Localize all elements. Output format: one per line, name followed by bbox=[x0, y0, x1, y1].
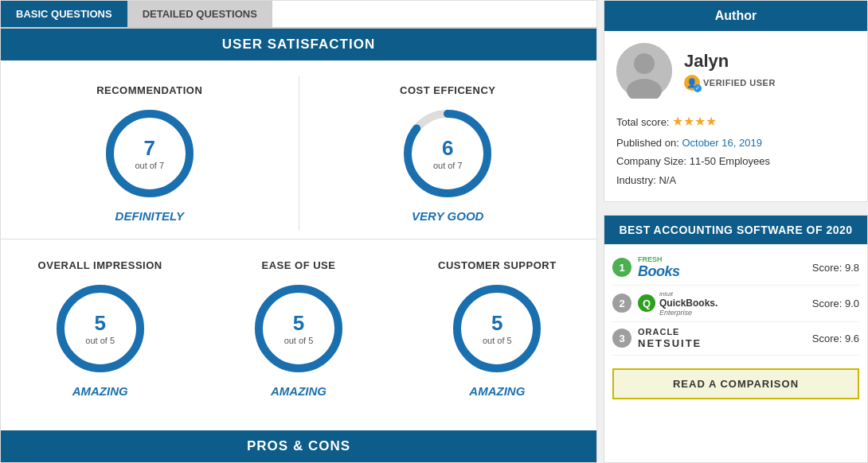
ease-sublabel: AMAZING bbox=[271, 384, 326, 398]
list-item: 3 ORACLE NETSUITE Score: 9.6 bbox=[612, 322, 859, 356]
verified-badge: 👤 ✓ VERIFIED USER bbox=[684, 75, 855, 91]
published-label: Published on: bbox=[616, 137, 679, 149]
cost-efficiency-subtext: out of 7 bbox=[433, 161, 463, 171]
stars: ★★★★ bbox=[672, 115, 717, 128]
cost-efficiency-gauge: 6 out of 7 bbox=[400, 106, 495, 201]
support-sublabel: AMAZING bbox=[469, 384, 525, 398]
user-satisfaction-header: USER SATISFACTION bbox=[1, 29, 596, 60]
author-box: Author Jalyn 👤 ✓ bbox=[604, 0, 868, 202]
software-list: 1 FRESH Books Score: 9.8 2 Q bbox=[604, 244, 867, 362]
freshbooks-score: Score: 9.8 bbox=[812, 262, 859, 274]
oracle-score: Score: 9.6 bbox=[812, 333, 859, 344]
author-info: Jalyn 👤 ✓ VERIFIED USER bbox=[684, 51, 855, 91]
tab-basic-questions[interactable]: BASIC QUESTIONS bbox=[1, 1, 127, 27]
ease-gauge: 5 out of 5 bbox=[251, 281, 346, 376]
svg-point-11 bbox=[634, 53, 655, 74]
support-value: 5 bbox=[483, 311, 512, 336]
cost-efficiency-value: 6 bbox=[433, 136, 463, 161]
metric-recommendation: RECOMMENDATION 7 out of 7 DEFINITELY bbox=[1, 76, 299, 231]
rank-2-badge: 2 bbox=[612, 294, 631, 313]
verified-text: VERIFIED USER bbox=[703, 78, 776, 88]
company-size: 11-50 Employees bbox=[690, 155, 770, 167]
avatar bbox=[616, 43, 672, 99]
industry-row: Industry: N/A bbox=[616, 171, 855, 189]
cost-efficiency-sublabel: VERY GOOD bbox=[412, 209, 483, 223]
recommendation-label: RECOMMENDATION bbox=[96, 84, 202, 96]
metric-customer-support: CUSTOMER SUPPORT 5 out of 5 AMAZING bbox=[398, 251, 596, 406]
recommendation-gauge: 7 out of 7 bbox=[102, 106, 197, 201]
recommendation-subtext: out of 7 bbox=[135, 161, 164, 171]
cost-efficiency-label: COST EFFICENCY bbox=[400, 84, 495, 96]
overall-subtext: out of 5 bbox=[85, 337, 115, 346]
verified-icon: 👤 ✓ bbox=[684, 75, 700, 91]
list-item: 2 Q intuit QuickBooks. Enterprise Score:… bbox=[612, 286, 859, 322]
best-software-header: BEST ACCOUNTING SOFTWARE OF 2020 bbox=[604, 216, 867, 244]
quickbooks-score: Score: 9.0 bbox=[812, 298, 859, 309]
author-header: Author bbox=[604, 1, 867, 31]
company-label: Company Size: bbox=[616, 155, 686, 167]
ease-label: EASE OF USE bbox=[262, 259, 336, 271]
support-label: CUSTOMER SUPPORT bbox=[438, 259, 557, 271]
rank-3-badge: 3 bbox=[612, 329, 631, 348]
ease-subtext: out of 5 bbox=[284, 337, 314, 346]
author-content: Jalyn 👤 ✓ VERIFIED USER bbox=[604, 31, 867, 111]
recommendation-sublabel: DEFINITELY bbox=[115, 209, 184, 223]
total-score-row: Total score: ★★★★ bbox=[616, 111, 855, 134]
overall-label: OVERALL IMPRESSION bbox=[38, 259, 162, 271]
overall-value: 5 bbox=[85, 311, 115, 336]
author-name: Jalyn bbox=[684, 51, 855, 72]
verified-check-icon: ✓ bbox=[694, 84, 702, 92]
oracle-logo: ORACLE NETSUITE bbox=[638, 327, 806, 350]
freshbooks-logo: FRESH Books bbox=[638, 255, 806, 280]
metric-cost-efficiency: COST EFFICENCY 6 out of 7 VERY GOOD bbox=[299, 76, 597, 231]
author-details: Total score: ★★★★ Published on: October … bbox=[604, 111, 867, 201]
quickbooks-logo: Q intuit QuickBooks. Enterprise bbox=[638, 290, 806, 317]
recommendation-value: 7 bbox=[135, 136, 164, 161]
metrics-bottom-row: OVERALL IMPRESSION 5 out of 5 AMAZING EA… bbox=[1, 239, 596, 414]
company-row: Company Size: 11-50 Employees bbox=[616, 152, 855, 170]
compare-button[interactable]: READ A COMPARISON bbox=[612, 368, 859, 399]
tab-detailed-questions[interactable]: DETAILED QUESTIONS bbox=[127, 1, 272, 27]
industry: N/A bbox=[659, 174, 676, 186]
best-software-box: BEST ACCOUNTING SOFTWARE OF 2020 1 FRESH… bbox=[604, 215, 868, 463]
industry-label: Industry: bbox=[616, 174, 656, 186]
ease-value: 5 bbox=[284, 311, 314, 336]
published-row: Published on: October 16, 2019 bbox=[616, 134, 855, 152]
pros-cons-footer: PROS & CONS bbox=[1, 430, 596, 462]
list-item: 1 FRESH Books Score: 9.8 bbox=[612, 251, 859, 286]
support-gauge: 5 out of 5 bbox=[449, 281, 545, 376]
support-subtext: out of 5 bbox=[483, 337, 512, 346]
overall-gauge: 5 out of 5 bbox=[53, 281, 148, 376]
total-score-label: Total score: bbox=[616, 116, 669, 128]
overall-sublabel: AMAZING bbox=[72, 384, 128, 398]
metric-overall: OVERALL IMPRESSION 5 out of 5 AMAZING bbox=[1, 251, 199, 406]
rank-1-badge: 1 bbox=[612, 258, 631, 277]
published-date: October 16, 2019 bbox=[682, 137, 761, 149]
metric-ease-of-use: EASE OF USE 5 out of 5 AMAZING bbox=[199, 251, 397, 406]
tabs-bar: BASIC QUESTIONS DETAILED QUESTIONS bbox=[1, 1, 596, 29]
metrics-top-row: RECOMMENDATION 7 out of 7 DEFINITELY COS… bbox=[1, 60, 596, 239]
